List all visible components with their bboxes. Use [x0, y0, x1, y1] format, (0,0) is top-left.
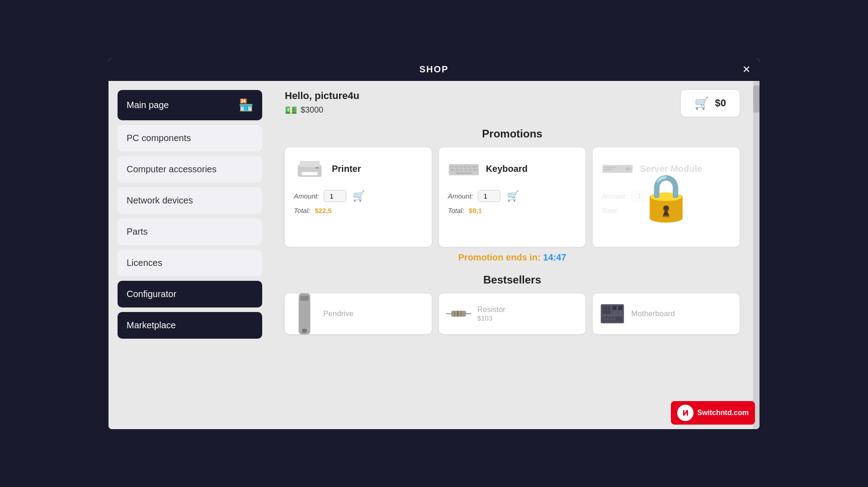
sidebar-label-parts: Parts	[127, 227, 148, 236]
sidebar-label-configurator: Configurator	[127, 289, 176, 299]
printer-total-value: $22,5	[315, 207, 332, 214]
svg-rect-15	[468, 169, 472, 170]
lock-overlay: 🔒	[593, 147, 740, 247]
svg-rect-3	[316, 167, 319, 169]
cart-amount: $0	[715, 97, 726, 109]
motherboard-name: Motherboard	[631, 309, 675, 318]
keyboard-amount-input[interactable]	[478, 190, 500, 202]
nintendo-text: Switchntd.com	[697, 409, 749, 417]
promo-card-header-keyboard: Keyboard	[448, 156, 577, 181]
keyboard-amount-label: Amount:	[448, 192, 473, 200]
printer-amount-row: Amount: 🛒	[294, 189, 423, 204]
scrollbar-thumb[interactable]	[753, 85, 760, 113]
nintendo-badge: Switchntd.com	[671, 401, 755, 425]
svg-rect-11	[450, 169, 454, 170]
svg-rect-35	[618, 306, 623, 310]
svg-rect-25	[302, 329, 307, 333]
svg-rect-8	[463, 165, 467, 167]
promo-card-server-module: Server Module Amount: 🛒 Total: 🔒	[593, 147, 740, 247]
keyboard-total-row: Total: $8,1	[448, 207, 577, 214]
sidebar-label-computer-accessories: Computer accessories	[127, 164, 217, 174]
lock-icon: 🔒	[638, 175, 694, 220]
sidebar-item-pc-components[interactable]: PC components	[118, 125, 262, 151]
cart-icon: 🛒	[694, 96, 709, 110]
best-card-resistor[interactable]: Resistor $103	[439, 293, 586, 334]
scrollbar-track[interactable]	[753, 81, 760, 429]
printer-add-cart-button[interactable]: 🛒	[351, 189, 367, 204]
best-card-pendrive[interactable]: Pendrive	[285, 293, 432, 334]
nintendo-logo	[677, 405, 693, 421]
sidebar-item-network-devices[interactable]: Network devices	[118, 187, 262, 214]
printer-name: Printer	[332, 164, 361, 174]
svg-rect-41	[613, 317, 616, 321]
shop-window: SHOP ✕ Main page 🏪 PC components Compute…	[108, 58, 760, 429]
printer-amount-label: Amount:	[294, 192, 319, 200]
user-info: Hello, picture4u 💵 $3000	[285, 90, 359, 116]
svg-rect-38	[604, 317, 606, 321]
user-balance: 💵 $3000	[285, 104, 359, 116]
title-bar: SHOP ✕	[108, 58, 760, 81]
resistor-image	[446, 303, 471, 325]
printer-total-row: Total: $22,5	[294, 207, 423, 214]
close-button[interactable]: ✕	[742, 65, 750, 75]
bestsellers-title: Bestsellers	[285, 274, 740, 286]
svg-rect-24	[300, 295, 308, 300]
sidebar: Main page 🏪 PC components Computer acces…	[108, 81, 271, 429]
sidebar-item-configurator[interactable]: Configurator	[118, 281, 262, 307]
svg-rect-1	[300, 161, 320, 167]
printer-image	[294, 156, 326, 181]
sidebar-item-parts[interactable]: Parts	[118, 218, 262, 245]
sidebar-item-licences[interactable]: Licences	[118, 250, 262, 276]
main-content: Main page 🏪 PC components Computer acces…	[108, 81, 760, 429]
resistor-price: $103	[477, 314, 505, 322]
svg-rect-13	[460, 169, 463, 170]
pendrive-name: Pendrive	[323, 309, 354, 318]
keyboard-image	[448, 156, 480, 181]
sidebar-label-marketplace: Marketplace	[127, 320, 176, 330]
keyboard-add-cart-button[interactable]: 🛒	[505, 189, 521, 204]
promo-card-printer: Printer Amount: 🛒 Total: $22,5	[285, 147, 432, 247]
promo-card-header-printer: Printer	[294, 156, 423, 181]
user-greeting: Hello, picture4u	[285, 90, 359, 102]
timer-label: Promotion ends in:	[458, 252, 543, 262]
motherboard-image	[600, 303, 625, 325]
keyboard-amount-row: Amount: 🛒	[448, 189, 577, 204]
promotions-title: Promotions	[285, 128, 740, 140]
svg-rect-10	[472, 165, 477, 167]
resistor-name: Resistor	[477, 305, 505, 314]
svg-rect-16	[473, 169, 477, 170]
sidebar-item-marketplace[interactable]: Marketplace	[118, 312, 262, 339]
sidebar-item-main-page[interactable]: Main page 🏪	[118, 90, 262, 120]
keyboard-name: Keyboard	[486, 164, 528, 174]
printer-total-label: Total:	[294, 207, 310, 214]
svg-rect-17	[456, 172, 472, 174]
timer-value: 14:47	[543, 252, 566, 262]
keyboard-total-label: Total:	[448, 207, 464, 214]
sidebar-label-licences: Licences	[127, 258, 162, 268]
cart-area[interactable]: 🛒 $0	[681, 90, 740, 117]
svg-rect-7	[459, 165, 462, 167]
bestsellers-grid: Pendrive	[285, 293, 740, 334]
svg-rect-2	[302, 172, 318, 175]
sidebar-label-network-devices: Network devices	[127, 195, 193, 205]
keyboard-total-value: $8,1	[469, 207, 482, 214]
resistor-info: Resistor $103	[477, 305, 505, 322]
window-title: SHOP	[420, 64, 449, 75]
svg-rect-12	[455, 169, 458, 170]
pendrive-info: Pendrive	[323, 309, 354, 318]
best-card-motherboard[interactable]: Motherboard	[593, 293, 740, 334]
svg-rect-14	[464, 169, 467, 170]
svg-rect-39	[607, 317, 609, 321]
svg-rect-9	[467, 165, 471, 167]
svg-rect-40	[610, 317, 612, 321]
sidebar-item-computer-accessories[interactable]: Computer accessories	[118, 156, 262, 183]
svg-rect-27	[451, 311, 466, 317]
money-icon: 💵	[285, 104, 297, 116]
promotions-grid: Printer Amount: 🛒 Total: $22,5	[285, 147, 740, 247]
motherboard-info: Motherboard	[631, 309, 675, 318]
svg-rect-33	[603, 306, 611, 314]
header-row: Hello, picture4u 💵 $3000 🛒 $0	[285, 90, 740, 117]
shop-icon: 🏪	[239, 98, 253, 112]
promotion-timer: Promotion ends in: 14:47	[285, 252, 740, 263]
printer-amount-input[interactable]	[324, 190, 346, 202]
